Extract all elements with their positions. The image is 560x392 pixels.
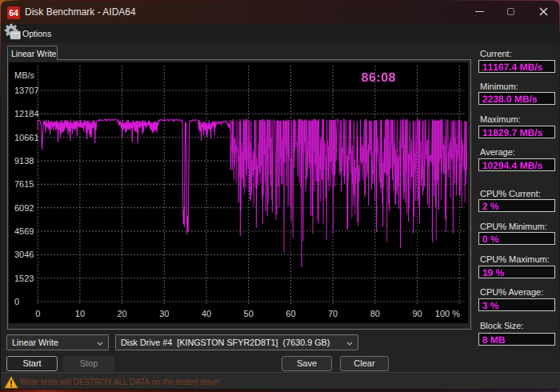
svg-text:40: 40 [202, 309, 211, 318]
svg-text:10: 10 [75, 309, 85, 318]
svg-text:0: 0 [14, 297, 19, 306]
svg-text:30: 30 [159, 309, 169, 318]
svg-text:12184: 12184 [14, 109, 39, 118]
svg-text:7615: 7615 [14, 179, 34, 189]
svg-text:4569: 4569 [14, 226, 34, 236]
svg-text:20: 20 [117, 309, 126, 318]
svg-text:90: 90 [412, 309, 422, 318]
svg-text:1523: 1523 [14, 274, 34, 283]
svg-text:50: 50 [244, 309, 254, 318]
svg-text:100 %: 100 % [435, 309, 460, 318]
svg-text:10661: 10661 [14, 133, 39, 142]
svg-text:0: 0 [35, 309, 40, 318]
svg-text:9138: 9138 [14, 156, 34, 166]
svg-text:3046: 3046 [14, 250, 34, 259]
svg-text:60: 60 [286, 309, 295, 318]
svg-text:6092: 6092 [14, 203, 34, 213]
svg-text:13707: 13707 [14, 86, 39, 95]
svg-text:MB/s: MB/s [14, 70, 35, 80]
svg-text:70: 70 [328, 309, 338, 318]
svg-text:80: 80 [370, 309, 380, 318]
